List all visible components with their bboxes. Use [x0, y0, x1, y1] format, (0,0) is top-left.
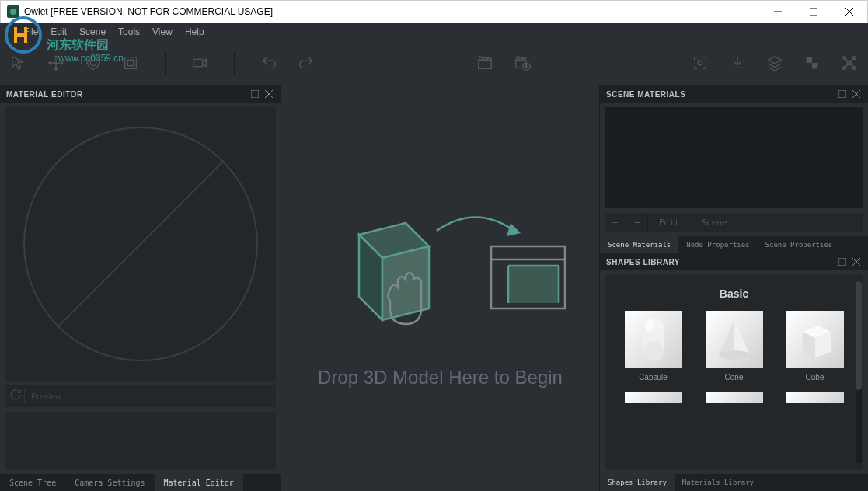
- toolbar: [0, 40, 868, 85]
- panel-close-icon[interactable]: [851, 89, 862, 99]
- shape-cone[interactable]: Cone: [706, 311, 763, 381]
- shape-label: Cone: [725, 373, 744, 381]
- network-icon[interactable]: [840, 54, 859, 72]
- svg-rect-16: [812, 63, 817, 68]
- panel-title: MATERIAL EDITOR: [6, 90, 83, 99]
- tab-shapes-library[interactable]: Shapes Library: [600, 474, 675, 491]
- panel-title: SCENE MATERIALS: [606, 90, 685, 99]
- svg-line-26: [58, 161, 224, 327]
- scene-materials-list: [605, 107, 863, 208]
- tab-camera-settings[interactable]: Camera Settings: [65, 474, 154, 491]
- right-panel: SCENE MATERIALS + − Edit Scene Scene Mat…: [599, 85, 868, 491]
- shape-label: Cube: [806, 373, 824, 381]
- shape-partial[interactable]: [625, 392, 682, 403]
- left-panel: MATERIAL EDITOR Preview Scene Tree Camer…: [0, 85, 281, 491]
- svg-point-43: [719, 350, 750, 360]
- svg-rect-8: [125, 57, 137, 68]
- clapboard-icon[interactable]: [476, 54, 494, 72]
- svg-rect-15: [807, 57, 812, 62]
- tab-scene-tree[interactable]: Scene Tree: [0, 474, 65, 491]
- scene-materials-tabs: Scene Materials Node Properties Scene Pr…: [600, 236, 868, 253]
- shape-partial[interactable]: [706, 392, 763, 403]
- tab-material-editor[interactable]: Material Editor: [155, 474, 243, 491]
- scene-materials-toolbar: + − Edit Scene: [605, 213, 863, 232]
- panel-close-icon[interactable]: [851, 256, 862, 267]
- window-title: Owlet [FREE VERSION, NOT FOR COMMERCIAL …: [24, 6, 760, 17]
- preview-label: Preview: [31, 392, 61, 401]
- panel-close-icon[interactable]: [263, 89, 274, 99]
- tab-node-properties[interactable]: Node Properties: [678, 236, 757, 253]
- edit-material-button[interactable]: Edit: [648, 218, 691, 228]
- tab-scene-properties[interactable]: Scene Properties: [758, 236, 841, 253]
- titlebar: Owlet [FREE VERSION, NOT FOR COMMERCIAL …: [0, 0, 868, 23]
- add-material-button[interactable]: +: [605, 213, 626, 232]
- download-icon[interactable]: [728, 54, 747, 72]
- select-tool-icon[interactable]: [9, 54, 28, 72]
- toolbar-separator: [165, 51, 166, 75]
- frame-icon[interactable]: [691, 54, 709, 72]
- close-button[interactable]: [831, 1, 867, 23]
- move-tool-icon[interactable]: [47, 54, 65, 72]
- maximize-button[interactable]: [796, 1, 831, 23]
- drop-text: Drop 3D Model Here to Begin: [318, 367, 563, 388]
- svg-rect-22: [251, 90, 259, 98]
- toolbar-separator: [234, 51, 235, 75]
- svg-point-41: [643, 341, 664, 361]
- menu-view[interactable]: View: [152, 26, 173, 37]
- panel-maximize-icon[interactable]: [837, 256, 848, 267]
- left-panel-tabs: Scene Tree Camera Settings Material Edit…: [0, 474, 281, 491]
- panel-maximize-icon[interactable]: [837, 89, 848, 99]
- tab-materials-library[interactable]: Materials Library: [675, 474, 762, 491]
- material-preview: [5, 107, 276, 381]
- shapes-library-tabs: Shapes Library Materials Library: [600, 474, 868, 491]
- shape-partial[interactable]: [786, 392, 844, 403]
- rotate-tool-icon[interactable]: [84, 54, 103, 72]
- minimize-button[interactable]: [760, 1, 796, 23]
- svg-rect-10: [193, 59, 203, 66]
- app-icon: [7, 5, 19, 18]
- material-editor-header: MATERIAL EDITOR: [0, 85, 281, 103]
- preview-bar: Preview: [5, 385, 276, 407]
- shape-label: Capsule: [639, 373, 668, 381]
- redo-icon[interactable]: [297, 54, 315, 72]
- material-properties: [5, 412, 276, 469]
- shapes-library-header: SHAPES LIBRARY: [600, 253, 868, 270]
- cone-thumb: [706, 311, 763, 368]
- panel-title: SHAPES LIBRARY: [606, 258, 680, 266]
- scale-tool-icon[interactable]: [121, 54, 140, 72]
- viewport[interactable]: Drop 3D Model Here to Begin: [281, 85, 599, 491]
- refresh-icon[interactable]: [9, 388, 25, 404]
- svg-rect-11: [478, 60, 491, 68]
- checker-icon[interactable]: [803, 54, 821, 72]
- svg-point-14: [698, 61, 702, 65]
- svg-rect-29: [508, 266, 559, 303]
- scrollbar-thumb[interactable]: [856, 281, 862, 390]
- clapboard-time-icon[interactable]: [513, 54, 532, 72]
- svg-rect-36: [838, 258, 846, 266]
- layers-icon[interactable]: [765, 54, 784, 72]
- svg-point-7: [90, 60, 96, 65]
- menu-tools[interactable]: Tools: [118, 26, 140, 37]
- capsule-thumb: [625, 311, 682, 368]
- menu-file[interactable]: File: [23, 26, 38, 37]
- svg-rect-33: [838, 90, 846, 98]
- menu-help[interactable]: Help: [185, 26, 204, 37]
- shapes-category: Basic: [611, 287, 857, 300]
- panel-maximize-icon[interactable]: [249, 89, 260, 99]
- menu-edit[interactable]: Edit: [51, 26, 67, 37]
- camera-tool-icon[interactable]: [190, 54, 209, 72]
- undo-icon[interactable]: [260, 54, 278, 72]
- svg-point-1: [10, 9, 16, 15]
- shapes-library-body: Basic Capsule Cone: [605, 275, 863, 469]
- svg-point-6: [88, 57, 99, 68]
- svg-rect-9: [127, 60, 133, 65]
- tab-scene-materials[interactable]: Scene Materials: [600, 236, 678, 253]
- shape-cube[interactable]: Cube: [786, 311, 844, 381]
- shape-capsule[interactable]: Capsule: [625, 311, 682, 381]
- scene-materials-header: SCENE MATERIALS: [600, 85, 868, 103]
- no-material-icon: [20, 124, 261, 364]
- scene-material-button[interactable]: Scene: [691, 218, 738, 228]
- remove-material-button[interactable]: −: [626, 213, 648, 232]
- scrollbar[interactable]: [856, 281, 862, 463]
- menu-scene[interactable]: Scene: [79, 26, 106, 37]
